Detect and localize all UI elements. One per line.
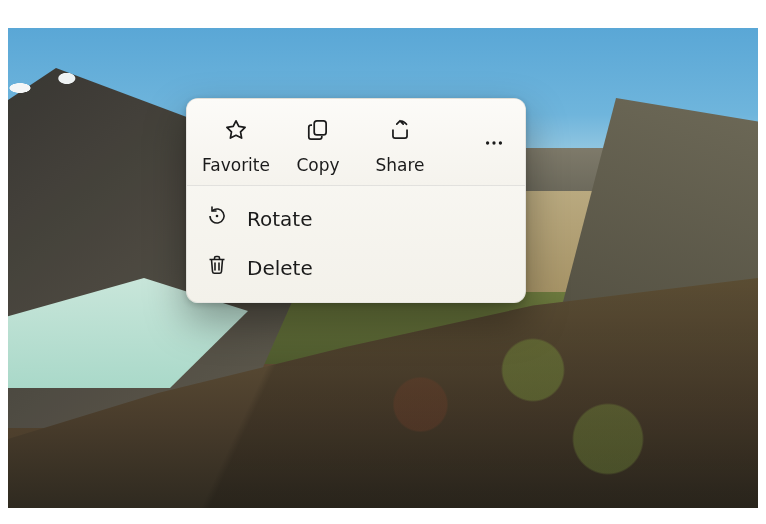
rotate-item[interactable]: Rotate [193, 194, 519, 243]
svg-point-4 [216, 215, 219, 218]
delete-item[interactable]: Delete [193, 243, 519, 292]
rotate-label: Rotate [247, 207, 312, 231]
favorite-button[interactable]: Favorite [197, 113, 275, 177]
copy-icon [305, 117, 331, 147]
svg-rect-0 [314, 121, 326, 135]
share-label: Share [375, 155, 424, 175]
svg-point-2 [492, 141, 495, 144]
copy-label: Copy [296, 155, 339, 175]
more-button[interactable] [473, 124, 515, 166]
rotate-icon [205, 204, 229, 233]
trash-icon [205, 253, 229, 282]
star-icon [223, 117, 249, 147]
svg-point-3 [499, 141, 502, 144]
favorite-label: Favorite [202, 155, 270, 175]
svg-point-1 [486, 141, 489, 144]
share-button[interactable]: Share [361, 113, 439, 177]
copy-button[interactable]: Copy [279, 113, 357, 177]
context-menu-list: Rotate Delete [187, 186, 525, 302]
share-icon [387, 117, 413, 147]
context-menu-toolbar: Favorite Copy Share [187, 99, 525, 186]
ellipsis-icon [483, 132, 505, 158]
delete-label: Delete [247, 256, 313, 280]
context-menu: Favorite Copy Share [186, 98, 526, 303]
